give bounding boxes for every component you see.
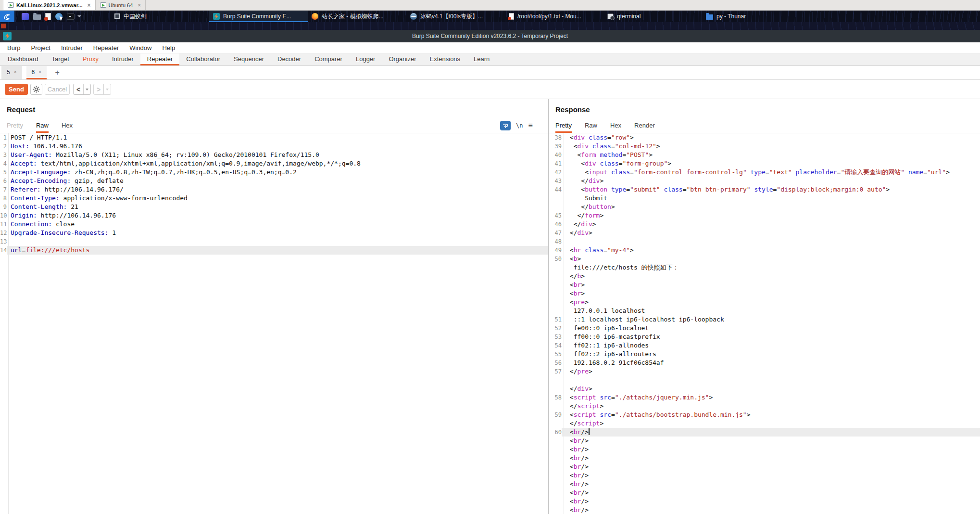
code-line[interactable]: 49 <hr class="my-4"> xyxy=(549,246,980,255)
code-line[interactable]: 4Accept: text/html,application/xhtml+xml… xyxy=(0,159,548,168)
code-line[interactable]: 52 fe00::0 ip6-localnet xyxy=(549,324,980,333)
taskbar-window-thunar[interactable]: py - Thunar xyxy=(702,11,801,22)
code-line[interactable]: 58 <script src="./attachs/jquery.min.js"… xyxy=(549,393,980,402)
code-line[interactable]: <br/> xyxy=(549,488,980,497)
menu-burp[interactable]: Burp xyxy=(2,42,25,53)
code-line[interactable]: 13 xyxy=(0,237,548,246)
code-line[interactable]: <br/> xyxy=(549,497,980,506)
code-line[interactable]: Submit xyxy=(549,194,980,203)
menu-window[interactable]: Window xyxy=(124,42,157,53)
tab-learn[interactable]: Learn xyxy=(467,53,496,65)
code-line[interactable]: 43 </div> xyxy=(549,177,980,185)
cancel-button[interactable]: Cancel xyxy=(45,84,70,95)
code-line[interactable]: 60 <br/> xyxy=(549,428,980,437)
vm-tab-kali-linux-2021-2-vmwar[interactable]: Kali-Linux-2021.2-vmwar...× xyxy=(3,0,96,10)
code-line[interactable]: 47 </div> xyxy=(549,229,980,237)
code-line[interactable]: 7Referer: http://106.14.96.176/ xyxy=(0,185,548,194)
code-line[interactable]: <br/> xyxy=(549,471,980,480)
code-line[interactable]: 2Host: 106.14.96.176 xyxy=(0,142,548,151)
code-line[interactable]: 54 ff02::1 ip6-allnodes xyxy=(549,341,980,350)
settings-gear-button[interactable] xyxy=(30,84,42,95)
code-line[interactable]: 50 <b> xyxy=(549,255,980,263)
view-tab-pretty[interactable]: Pretty xyxy=(555,119,572,133)
tab-logger[interactable]: Logger xyxy=(349,53,382,65)
code-line[interactable]: <br/> xyxy=(549,480,980,488)
browser-icon[interactable] xyxy=(55,13,63,20)
menu-intruder[interactable]: Intruder xyxy=(56,42,88,53)
tab-organizer[interactable]: Organizer xyxy=(382,53,423,65)
code-line[interactable]: <br/> xyxy=(549,463,980,471)
code-line[interactable]: 1POST / HTTP/1.1 xyxy=(0,133,548,142)
code-line[interactable]: 14url=file:///etc/hosts xyxy=(0,246,548,255)
code-line[interactable]: 42 <input class="form-control form-contr… xyxy=(549,168,980,177)
taskbar-window-mousepad[interactable]: /root/tool/py/1.txt - Mou... xyxy=(505,11,603,22)
tab-intruder[interactable]: Intruder xyxy=(105,53,140,65)
kali-menu-button[interactable] xyxy=(0,11,14,22)
send-button[interactable]: Send xyxy=(5,84,28,95)
taskbar-window-firefox[interactable]: 站长之家 - 模拟蜘蛛爬... xyxy=(308,11,406,22)
new-tab-button[interactable]: + xyxy=(51,66,63,79)
newline-toggle-icon[interactable]: \n xyxy=(516,122,523,129)
vm-tab-ubuntu-64[interactable]: Ubuntu 64× xyxy=(96,0,146,10)
request-editor[interactable]: 1POST / HTTP/1.12Host: 106.14.96.1763Use… xyxy=(0,133,548,514)
code-line[interactable]: 45 </form> xyxy=(549,211,980,220)
code-line[interactable]: <pre> xyxy=(549,298,980,307)
code-line[interactable]: 39 <div class="col-md-12"> xyxy=(549,142,980,151)
files-app-icon[interactable] xyxy=(22,13,29,20)
code-line[interactable]: 5Accept-Language: zh-CN,zh;q=0.8,zh-TW;q… xyxy=(0,168,548,177)
code-line[interactable]: </b> xyxy=(549,272,980,281)
view-tab-render[interactable]: Render xyxy=(634,119,655,133)
back-dropdown-icon[interactable] xyxy=(86,89,88,90)
code-line[interactable]: 127.0.0.1 localhost xyxy=(549,307,980,315)
code-line[interactable]: 56 192.168.0.2 91cf06c854af xyxy=(549,359,980,367)
code-line[interactable]: <br/> xyxy=(549,445,980,454)
view-tab-pretty[interactable]: Pretty xyxy=(7,119,23,133)
tab-dashboard[interactable]: Dashboard xyxy=(1,53,45,65)
code-line[interactable]: 41 <div class="form-group"> xyxy=(549,159,980,168)
code-line[interactable]: file:///etc/hosts 的快照如下： xyxy=(549,263,980,272)
tab-decoder[interactable]: Decoder xyxy=(271,53,308,65)
close-icon[interactable]: × xyxy=(38,69,41,75)
code-line[interactable]: 10Origin: http://106.14.96.176 xyxy=(0,211,548,220)
code-line[interactable]: 40 <form method="POST"> xyxy=(549,151,980,159)
close-icon[interactable]: × xyxy=(88,2,91,9)
tab-proxy[interactable]: Proxy xyxy=(76,53,105,65)
code-line[interactable]: </script> xyxy=(549,419,980,428)
tab-extensions[interactable]: Extensions xyxy=(423,53,467,65)
code-line[interactable]: 53 ff00::0 ip6-mcastprefix xyxy=(549,333,980,341)
repeater-tab-5[interactable]: 5× xyxy=(1,66,22,79)
repeater-tab-6[interactable]: 6× xyxy=(26,66,47,79)
code-line[interactable]: 46 </div> xyxy=(549,220,980,229)
folder-icon[interactable] xyxy=(33,14,41,20)
code-line[interactable]: <br> xyxy=(549,289,980,298)
back-button[interactable]: < xyxy=(73,84,91,95)
tab-comparer[interactable]: Comparer xyxy=(308,53,349,65)
forward-button[interactable]: > xyxy=(93,84,111,95)
code-line[interactable]: </script> xyxy=(549,402,980,411)
code-line[interactable]: </div> xyxy=(549,385,980,393)
forward-dropdown-icon[interactable] xyxy=(106,89,109,90)
code-line[interactable]: <br/> xyxy=(549,437,980,445)
code-line[interactable]: 38 <div class="row"> xyxy=(549,133,980,142)
taskbar-window-qterminal[interactable]: qterminal xyxy=(603,11,702,22)
taskbar-window-antsword[interactable]: 中国蚁剑 xyxy=(111,11,209,22)
word-wrap-toggle-icon[interactable] xyxy=(500,121,511,130)
tab-repeater[interactable]: Repeater xyxy=(140,53,179,65)
menu-project[interactable]: Project xyxy=(25,42,55,53)
code-line[interactable]: 48 xyxy=(549,237,980,246)
code-line[interactable]: <br/> xyxy=(549,454,980,463)
desktop-icon[interactable] xyxy=(1,24,6,28)
code-line[interactable]: 57 </pre> xyxy=(549,367,980,376)
view-tab-raw[interactable]: Raw xyxy=(36,119,49,133)
taskbar-window-behinder[interactable]: 冰蝎v4.1【t00ls专版】... xyxy=(406,11,505,22)
response-editor[interactable]: 38 <div class="row">39 <div class="col-m… xyxy=(549,133,980,514)
text-editor-icon[interactable] xyxy=(45,13,51,20)
chevron-down-icon[interactable] xyxy=(77,15,81,17)
code-line[interactable]: 59 <script src="./attachs/bootstrap.bund… xyxy=(549,411,980,419)
code-line[interactable]: 51 ::1 localhost ip6-localhost ip6-loopb… xyxy=(549,315,980,324)
code-line[interactable]: 3User-Agent: Mozilla/5.0 (X11; Linux x86… xyxy=(0,151,548,159)
tab-target[interactable]: Target xyxy=(45,53,76,65)
code-line[interactable]: 12Upgrade-Insecure-Requests: 1 xyxy=(0,229,548,237)
close-icon[interactable]: × xyxy=(138,2,141,9)
editor-menu-icon[interactable]: ≡ xyxy=(528,121,532,130)
